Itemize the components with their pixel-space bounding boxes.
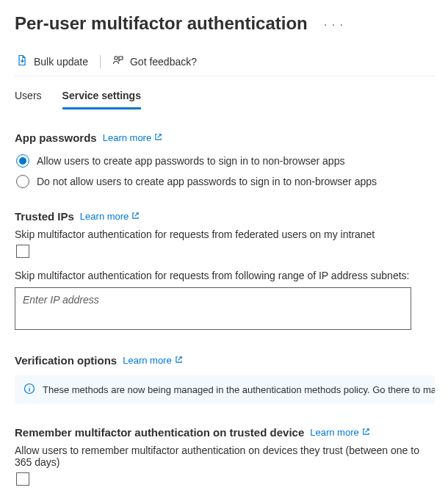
skip-federated-label: Skip multifactor authentication for requ… (15, 228, 435, 240)
document-arrow-icon (16, 54, 28, 68)
section-app-passwords: App passwords Learn more Allow users to … (15, 132, 435, 188)
svg-point-2 (29, 386, 29, 386)
trusted-ips-learn-more-link[interactable]: Learn more (80, 211, 140, 222)
verification-info-banner: These methods are now being managed in t… (15, 375, 435, 404)
app-passwords-allow-radio[interactable] (16, 154, 29, 168)
got-feedback-label: Got feedback? (130, 56, 197, 68)
svg-point-0 (115, 57, 118, 60)
external-link-icon (362, 427, 370, 438)
got-feedback-button[interactable]: Got feedback? (111, 54, 198, 68)
external-link-icon (154, 132, 162, 143)
section-remember-mfa: Remember multifactor authentication on t… (15, 426, 435, 486)
remember-mfa-desc: Allow users to remember multifactor auth… (15, 444, 435, 468)
ip-address-input[interactable] (15, 287, 411, 330)
app-passwords-deny-radio[interactable] (16, 175, 29, 188)
toolbar-separator (100, 55, 101, 68)
section-verification-options: Verification options Learn more These me… (15, 354, 435, 404)
external-link-icon (131, 211, 140, 222)
trusted-ips-heading: Trusted IPs (15, 210, 74, 223)
learn-more-label: Learn more (80, 211, 129, 222)
section-trusted-ips: Trusted IPs Learn more Skip multifactor … (15, 210, 435, 332)
bulk-update-label: Bulk update (34, 56, 88, 68)
verification-options-learn-more-link[interactable]: Learn more (123, 355, 182, 366)
more-options-button[interactable]: · · · (319, 17, 348, 33)
feedback-person-icon (112, 54, 124, 68)
page-title: Per-user multifactor authentication (15, 13, 308, 34)
bulk-update-button[interactable]: Bulk update (15, 54, 90, 68)
app-passwords-allow-label: Allow users to create app passwords to s… (37, 155, 344, 167)
toolbar: Bulk update Got feedback? (15, 54, 435, 76)
learn-more-label: Learn more (310, 427, 358, 438)
tab-users[interactable]: Users (15, 90, 42, 109)
remember-mfa-heading: Remember multifactor authentication on t… (15, 426, 304, 439)
learn-more-label: Learn more (103, 132, 151, 143)
remember-mfa-learn-more-link[interactable]: Learn more (310, 427, 369, 438)
remember-mfa-checkbox[interactable] (16, 472, 29, 486)
learn-more-label: Learn more (123, 355, 171, 366)
tab-bar: Users Service settings (15, 90, 435, 109)
app-passwords-heading: App passwords (15, 132, 97, 144)
verification-banner-text: These methods are now being managed in t… (43, 384, 435, 395)
skip-ip-range-label: Skip multifactor authentication for requ… (15, 270, 435, 281)
app-passwords-deny-label: Do not allow users to create app passwor… (37, 176, 377, 187)
external-link-icon (175, 355, 183, 366)
info-icon (24, 383, 35, 397)
tab-service-settings[interactable]: Service settings (62, 90, 141, 109)
skip-federated-checkbox[interactable] (16, 245, 29, 258)
verification-options-heading: Verification options (15, 354, 117, 367)
app-passwords-learn-more-link[interactable]: Learn more (103, 132, 162, 143)
